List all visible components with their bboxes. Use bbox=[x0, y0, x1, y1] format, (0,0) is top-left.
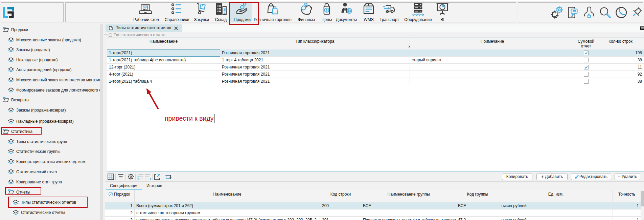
svg-text:3: 3 bbox=[137, 178, 139, 180]
